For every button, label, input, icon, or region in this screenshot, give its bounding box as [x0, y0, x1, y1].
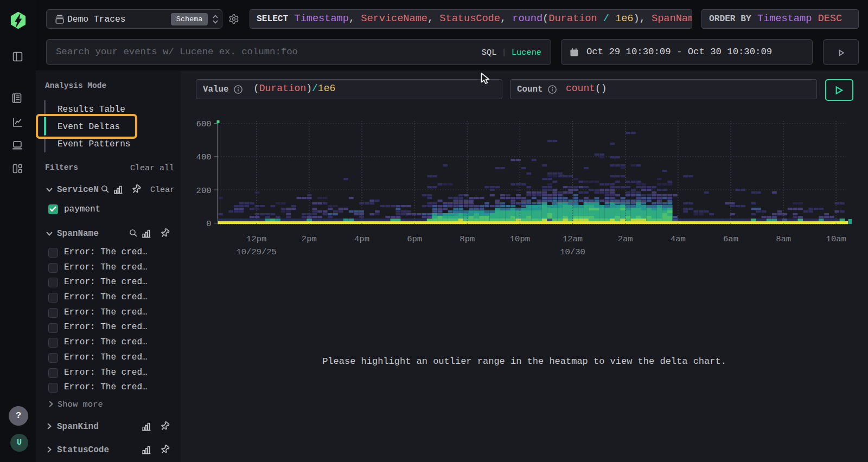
- svg-text:400: 400: [196, 152, 212, 162]
- svg-text:10pm: 10pm: [510, 234, 530, 244]
- svg-text:2pm: 2pm: [302, 234, 317, 244]
- svg-text:6am: 6am: [723, 234, 738, 244]
- svg-text:12am: 12am: [563, 234, 583, 244]
- svg-text:4am: 4am: [671, 234, 686, 244]
- svg-text:200: 200: [196, 186, 212, 196]
- svg-text:600: 600: [196, 119, 212, 129]
- svg-text:12pm: 12pm: [246, 234, 266, 244]
- svg-text:4pm: 4pm: [354, 234, 369, 244]
- svg-text:2am: 2am: [618, 234, 633, 244]
- svg-text:10am: 10am: [826, 234, 846, 244]
- svg-text:10/30: 10/30: [560, 247, 585, 257]
- svg-text:0: 0: [206, 219, 211, 229]
- svg-text:8am: 8am: [776, 234, 791, 244]
- svg-text:6pm: 6pm: [407, 234, 422, 244]
- svg-text:8pm: 8pm: [459, 234, 475, 244]
- svg-text:10/29/25: 10/29/25: [236, 247, 276, 257]
